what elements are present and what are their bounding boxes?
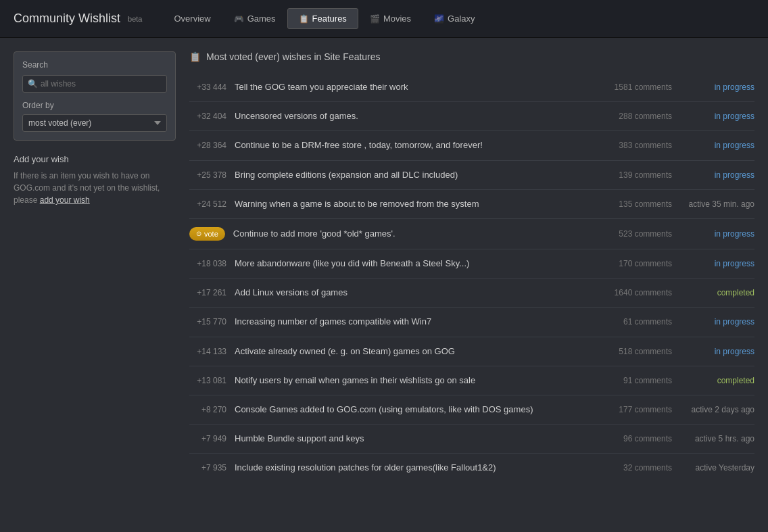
search-input[interactable] [22,75,167,93]
wish-title-wrap: Warning when a game is about to be remov… [235,198,596,210]
wish-title: Bring complete editions (expansion and a… [235,169,596,181]
add-wish-text: If there is an item you wish to have on … [14,170,176,206]
wish-row: +13 081Notify users by email when games … [189,366,754,395]
search-icon: 🔍 [28,79,38,89]
wish-title: More abandonware (like you did with Bene… [235,258,596,270]
wish-status: in progress [680,347,754,356]
wish-comments: 135 comments [604,199,672,209]
wish-status: active 35 min. ago [680,199,754,209]
wish-title-link[interactable]: Activate already owned (e. g. on Steam) … [235,346,455,356]
wish-row: +7 949Humble Bundle support and keys96 c… [189,425,754,454]
wish-title-wrap: Bring complete editions (expansion and a… [235,169,596,181]
wish-votes: +24 512 [189,199,226,209]
header: Community Wishlist beta Overview🎮Games📋F… [0,0,768,38]
vote-btn-label: vote [204,230,218,238]
wish-title-wrap: Notify users by email when games in thei… [235,374,596,387]
wish-row: +7 935Include existing resolution patche… [189,454,754,482]
wish-comments: 139 comments [604,170,672,180]
wish-comments: 523 comments [604,229,672,239]
wish-title-wrap: Add Linux versions of games [235,287,596,299]
site-title: Community Wishlist beta [14,11,142,26]
wish-title: Increasing number of games compatible wi… [235,316,596,328]
wish-status: in progress [680,170,754,180]
wish-comments: 177 comments [604,405,672,414]
wish-status: active 5 hrs. ago [680,434,754,443]
add-wish-title: Add your wish [14,154,176,164]
nav-tab-label-galaxy: Galaxy [448,14,475,24]
wish-row: +15 770Increasing number of games compat… [189,308,754,337]
nav-tab-label-overview: Overview [174,14,210,24]
wish-title: Add Linux versions of games [235,287,596,299]
nav-tabs: Overview🎮Games📋Features🎬Movies🌌Galaxy [162,8,486,29]
nav-tab-games[interactable]: 🎮Games [222,8,287,29]
nav-tab-overview[interactable]: Overview [162,8,222,29]
wish-comments: 170 comments [604,259,672,268]
layout: Search 🔍 Order by most voted (ever)most … [0,38,768,495]
order-label: Order by [22,101,167,110]
nav-tab-galaxy[interactable]: 🌌Galaxy [423,8,486,29]
wish-status: in progress [680,82,754,92]
nav-tab-icon-movies: 🎬 [370,14,380,24]
wish-votes: +14 133 [189,347,226,356]
nav-tab-movies[interactable]: 🎬Movies [358,8,423,29]
wish-row: +17 261Add Linux versions of games1640 c… [189,279,754,308]
wish-title-link[interactable]: Add Linux versions of games [235,287,347,297]
section-title: 📋 Most voted (ever) wishes in Site Featu… [189,51,754,62]
wish-comments: 96 comments [604,434,672,443]
wish-title-link[interactable]: Uncensored versions of games. [235,111,358,121]
wish-title-link[interactable]: Notify users by email when games in thei… [235,375,475,385]
wish-title-wrap: Include existing resolution patches for … [235,462,596,474]
wish-title: Tell the GOG team you appreciate their w… [235,81,596,93]
search-label: Search [22,60,167,70]
wish-title-link[interactable]: Increasing number of games compatible wi… [235,316,431,327]
wish-comments: 32 comments [604,463,672,473]
wish-comments: 1640 comments [604,288,672,297]
wish-title-wrap: More abandonware (like you did with Bene… [235,258,596,270]
wish-comments: 91 comments [604,376,672,385]
wish-list: +33 444Tell the GOG team you appreciate … [189,73,754,482]
sidebar: Search 🔍 Order by most voted (ever)most … [14,51,176,482]
wish-title-link[interactable]: Continue to be a DRM-free store , today,… [235,140,483,150]
wish-comments: 1581 comments [604,82,672,92]
wish-title-link[interactable]: Bring complete editions (expansion and a… [235,170,458,180]
wish-votes: +32 404 [189,112,226,121]
search-box: Search 🔍 Order by most voted (ever)most … [14,51,176,141]
wish-row: ⊙ voteContinue to add more 'good *old* g… [189,219,754,249]
wish-title-link[interactable]: More abandonware (like you did with Bene… [235,258,469,268]
wish-title-wrap: Activate already owned (e. g. on Steam) … [235,345,596,358]
wish-votes: +18 038 [189,259,226,268]
wish-comments: 383 comments [604,141,672,150]
wish-title: Console Games added to GOG.com (using em… [235,404,596,416]
wish-title-link[interactable]: Tell the GOG team you appreciate their w… [235,82,408,92]
wish-title-link[interactable]: Humble Bundle support and keys [235,433,364,443]
section-title-icon: 📋 [189,51,201,62]
wish-title-link[interactable]: Continue to add more 'good *old* games'. [233,228,395,239]
wish-title-link[interactable]: Warning when a game is about to be remov… [235,199,479,209]
nav-tab-icon-games: 🎮 [234,14,244,24]
add-wish-link[interactable]: add your wish [40,195,90,205]
wish-votes: +7 949 [189,434,226,443]
wish-title: Continue to be a DRM-free store , today,… [235,139,596,151]
wish-row: +14 133Activate already owned (e. g. on … [189,337,754,366]
wish-title-link[interactable]: Include existing resolution patches for … [235,462,496,473]
vote-button[interactable]: ⊙ vote [189,227,225,241]
site-title-text: Community Wishlist [14,11,120,25]
wish-title-wrap: Console Games added to GOG.com (using em… [235,404,596,416]
wish-votes: +13 081 [189,376,226,385]
wish-votes: +17 261 [189,288,226,297]
wish-votes: +28 364 [189,141,226,150]
nav-tab-features[interactable]: 📋Features [287,8,358,29]
wish-row: +24 512Warning when a game is about to b… [189,190,754,219]
wish-title-wrap: Uncensored versions of games. [235,110,596,122]
section-title-text: Most voted (ever) wishes in Site Feature… [206,51,381,62]
order-select[interactable]: most voted (ever)most voted (week)most r… [22,114,167,132]
wish-status: completed [680,376,754,385]
wish-row: +32 404Uncensored versions of games.288 … [189,102,754,131]
wish-title: Continue to add more 'good *old* games'. [233,228,596,240]
wish-title-wrap: Increasing number of games compatible wi… [235,316,596,328]
wish-title: Warning when a game is about to be remov… [235,198,596,210]
wish-title-link[interactable]: Console Games added to GOG.com (using em… [235,404,533,414]
beta-label: beta [128,15,142,23]
nav-tab-label-features: Features [312,14,347,24]
nav-tab-label-games: Games [247,14,276,24]
